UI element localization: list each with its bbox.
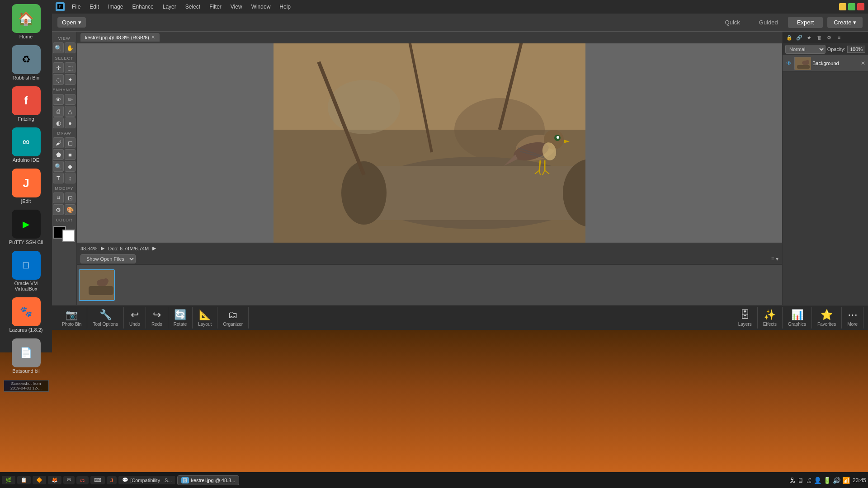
layer-delete-icon[interactable]: 🗑 <box>815 33 823 42</box>
blend-mode-select[interactable]: Normal <box>785 45 826 54</box>
strip-menu-icon[interactable]: ≡ ▾ <box>771 256 778 262</box>
background-color[interactable] <box>62 230 75 242</box>
taskbar-app-firefox[interactable]: 🦊 <box>48 476 61 484</box>
dock-item-batsound[interactable]: 📄 Batsound bil <box>4 337 49 375</box>
zoom-tool[interactable]: 🔍 <box>53 42 64 53</box>
magic-wand-tool[interactable]: ✦ <box>65 74 75 85</box>
taskbar-app-files[interactable]: 📋 <box>17 476 31 484</box>
redo-button[interactable]: ↪ Redo <box>146 307 168 328</box>
screenshot-thumbnail[interactable]: Screenshot from2019-04-03 12-... <box>4 380 49 392</box>
dock-item-virtualbox[interactable]: □ Oracle VM VirtualBox <box>4 249 49 293</box>
layers-button[interactable]: 🗄 Layers <box>733 307 758 328</box>
battery-tray-icon[interactable]: 🔋 <box>823 477 831 484</box>
dock-item-home[interactable]: 🏠 Home <box>4 2 49 41</box>
volume-tray-icon[interactable]: 🔊 <box>833 477 840 484</box>
heal-tool[interactable]: ✏ <box>65 94 75 105</box>
taskbar-app-warning[interactable]: 🔶 <box>33 476 46 484</box>
gradient-tool[interactable]: ■ <box>65 149 75 160</box>
dock-item-arduino[interactable]: ∞ Arduino IDE <box>4 126 49 164</box>
layer-panel-menu[interactable]: ≡ <box>835 33 843 42</box>
graphics-button[interactable]: 📊 Graphics <box>783 307 812 328</box>
opacity-input[interactable] <box>847 46 865 53</box>
taskbar-app-mail[interactable]: ✉ <box>63 476 75 484</box>
dock-item-rubbish[interactable]: ♻ Rubbish Bin <box>4 43 49 82</box>
paint-bucket-tool[interactable]: ⬟ <box>53 149 64 160</box>
dock-item-jedit[interactable]: J jEdit <box>4 167 49 206</box>
taskbar-app-terminal[interactable]: ⌨ <box>90 476 105 484</box>
favorites-button[interactable]: ⭐ Favorites <box>812 307 842 328</box>
sponge-tool[interactable]: ● <box>65 117 75 128</box>
dock-item-fritzing[interactable]: f Fritzing <box>4 84 49 123</box>
eye-tool[interactable]: 👁 <box>53 94 64 105</box>
open-button[interactable]: Open ▾ <box>57 17 86 28</box>
eraser-tool[interactable]: ◻ <box>65 137 75 148</box>
network-tray-icon[interactable]: 🖧 <box>789 477 796 484</box>
taskbar-app-start[interactable]: 🌿 <box>2 476 15 484</box>
taskbar-app-jedit[interactable]: J <box>107 476 117 484</box>
thumbnail-kestrel[interactable] <box>79 269 115 301</box>
layer-style-icon[interactable]: ★ <box>805 33 813 42</box>
taskbar-app-compat[interactable]: 💬 [Compatibility - S... <box>118 476 175 484</box>
text-tool[interactable]: T <box>53 173 64 183</box>
menu-help[interactable]: Help <box>278 3 292 11</box>
create-button[interactable]: Create ▾ <box>827 17 863 28</box>
lasso-tool[interactable]: ◌ <box>53 74 64 85</box>
layer-lock-icon[interactable]: 🔒 <box>785 33 793 42</box>
smudge-tool[interactable]: △ <box>65 106 75 117</box>
custom-shape-tool[interactable]: ◆ <box>65 161 75 172</box>
menu-layer[interactable]: Layer <box>161 3 178 11</box>
transform-tool[interactable]: ⊡ <box>65 192 75 203</box>
tab-guided[interactable]: Guided <box>750 17 787 28</box>
clone-tool[interactable]: ⎙ <box>53 106 64 117</box>
printer-tray-icon[interactable]: 🖨 <box>806 477 812 484</box>
menu-image[interactable]: Image <box>106 3 125 11</box>
canvas-tab-close[interactable]: ✕ <box>151 34 155 40</box>
menu-edit[interactable]: Edit <box>88 3 101 11</box>
layer-item-background[interactable]: 👁 Background ✕ <box>783 55 868 72</box>
menu-filter[interactable]: Filter <box>208 3 223 11</box>
layer-close-icon[interactable]: ✕ <box>861 60 865 66</box>
rotate-button[interactable]: 🔄 Rotate <box>168 307 193 328</box>
dock-item-putty[interactable]: ▶ PuTTY SSH Cli <box>4 208 49 247</box>
recolor-tool[interactable]: 🎨 <box>65 204 75 215</box>
more-button[interactable]: ⋯ More <box>842 307 863 328</box>
photo-bin-button[interactable]: 📷 Photo Bin <box>57 307 87 328</box>
taskbar-app-filezilla[interactable]: 🗂 <box>76 476 89 484</box>
organizer-button[interactable]: 🗂 Organizer <box>217 307 249 328</box>
canvas-viewport[interactable] <box>77 43 782 243</box>
menu-view[interactable]: View <box>229 3 244 11</box>
gear-tool[interactable]: ⚙ <box>53 204 64 215</box>
layer-link-icon[interactable]: 🔗 <box>795 33 803 42</box>
layer-visibility-icon[interactable]: 👁 <box>785 60 793 67</box>
menu-file[interactable]: File <box>70 3 82 11</box>
effects-button[interactable]: ✨ Effects <box>758 307 783 328</box>
search-tool[interactable]: 🔍 <box>53 161 64 172</box>
tab-expert[interactable]: Expert <box>788 17 823 28</box>
menu-select[interactable]: Select <box>184 3 202 11</box>
text-vert-tool[interactable]: ↕ <box>65 173 75 183</box>
taskbar-app-photoshop[interactable]: 🖼 kestrel.jpg @ 48.8... <box>177 475 239 485</box>
display-tray-icon[interactable]: 🖥 <box>797 477 804 484</box>
undo-button[interactable]: ↩ Undo <box>124 307 146 328</box>
close-button[interactable] <box>857 3 864 10</box>
show-open-select[interactable]: Show Open Files <box>80 254 136 263</box>
status-arrow[interactable]: ▶ <box>101 245 104 251</box>
user-tray-icon[interactable]: 👤 <box>814 477 821 484</box>
layer-settings-icon[interactable]: ⚙ <box>825 33 833 42</box>
menu-window[interactable]: Window <box>250 3 273 11</box>
maximize-button[interactable] <box>848 3 855 10</box>
move-tool[interactable]: ✛ <box>53 62 64 73</box>
dodge-tool[interactable]: ◐ <box>53 117 64 128</box>
hand-tool[interactable]: ✋ <box>65 42 75 53</box>
canvas-tab-kestrel[interactable]: kestrel.jpg @ 48.8% (RGB/8) ✕ <box>80 33 160 42</box>
doc-info-arrow[interactable]: ▶ <box>152 245 156 251</box>
tab-quick[interactable]: Quick <box>716 17 749 28</box>
marquee-tool[interactable]: ⬚ <box>65 62 75 73</box>
layout-button[interactable]: 📐 Layout <box>193 307 217 328</box>
wifi-tray-icon[interactable]: 📶 <box>842 477 850 484</box>
menu-enhance[interactable]: Enhance <box>130 3 155 11</box>
crop-tool[interactable]: ⌗ <box>53 192 64 203</box>
tool-options-button[interactable]: 🔧 Tool Options <box>87 307 124 328</box>
dock-item-lazarus[interactable]: 🐾 Lazarus (1.8.2) <box>4 296 49 334</box>
brush-tool[interactable]: 🖌 <box>53 137 64 148</box>
